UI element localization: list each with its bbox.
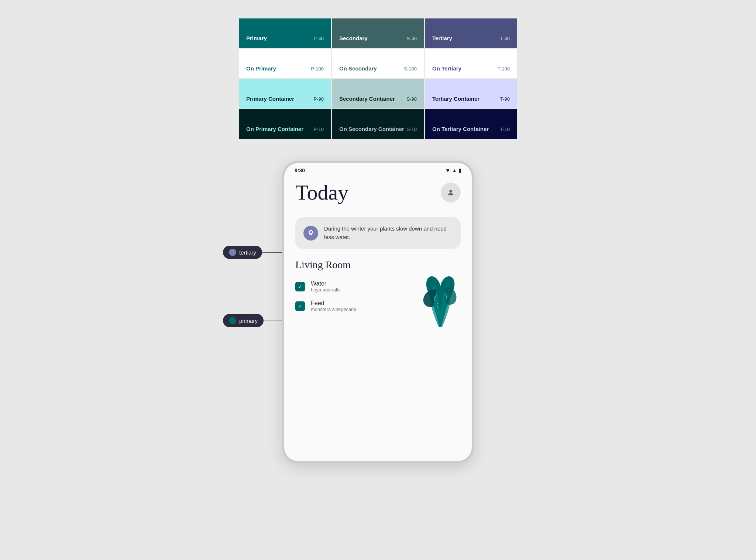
avatar-button[interactable] [441,183,461,203]
color-cell-on-tertiary: On TertiaryT-100 [425,49,517,78]
task-sub-feed: monstera siltepecana [311,307,357,312]
task-info-feed: Feed monstera siltepecana [311,300,357,312]
cell-label: On Primary [246,65,276,72]
svg-point-0 [449,190,452,192]
cell-code: P-10 [314,127,324,132]
color-cell-tertiary-40: TertiaryT-40 [425,18,517,48]
tip-icon [303,226,318,241]
tip-text: During the winter your plants slow down … [324,225,453,241]
primary-label-text: primary [239,318,258,324]
time-display: 9:30 [295,167,305,173]
task-list: ✓ Water hoya australis ✓ Feed monstera s… [295,277,461,316]
cell-label: Tertiary [432,35,452,41]
status-bar: 9:30 ▼ ▲ ▮ [284,163,472,176]
phone-section: tertiary primary 9:30 ▼ ▲ ▮ Today [212,161,544,463]
tertiary-label: tertiary [223,246,262,259]
task-name-feed: Feed [311,300,357,307]
checkbox-feed[interactable]: ✓ [295,301,305,311]
cell-label: Primary Container [246,96,294,102]
color-cell-on-primary-container: On Primary ContainerP-10 [239,109,331,139]
task-info-water: Water hoya australis [311,280,340,293]
signal-icon: ▲ [452,167,457,173]
cell-label: Tertiary Container [432,96,480,102]
status-icons: ▼ ▲ ▮ [445,167,461,173]
cell-label: Primary [246,35,267,41]
phone-header: Today [295,176,461,208]
cell-code: S-100 [404,66,417,72]
color-cell-on-secondary-container: On Secondary ContainerS-10 [332,109,424,139]
cell-code: T-100 [498,66,510,72]
tertiary-label-text: tertiary [239,249,256,256]
battery-icon: ▮ [458,167,461,173]
tertiary-dot [229,249,236,256]
cell-code: S-90 [407,96,417,102]
cell-label: Secondary Container [339,96,395,102]
plant-illustration [416,272,464,327]
cell-code: T-40 [500,36,510,41]
tip-card: During the winter your plants slow down … [295,217,461,249]
cell-code: T-10 [500,127,510,132]
cell-label: On Primary Container [246,126,303,132]
task-sub-water: hoya australis [311,287,340,293]
cell-code: S-10 [407,127,417,132]
color-cell-on-primary: On PrimaryP-100 [239,49,331,78]
color-cell-primary-40: PrimaryP-40 [239,18,331,48]
primary-dot [229,317,236,324]
section-title: Living Room [295,259,461,271]
cell-label: On Secondary [339,65,377,72]
color-cell-primary-container: Primary ContainerP-90 [239,79,331,108]
phone-title: Today [295,180,348,205]
wifi-icon: ▼ [445,167,450,173]
cell-label: On Secondary Container [339,126,404,132]
color-cell-tertiary-container: Tertiary ContainerT-90 [425,79,517,108]
cell-code: P-40 [314,36,324,41]
color-cell-secondary-40: SecondaryS-40 [332,18,424,48]
color-palette-table: PrimaryP-40SecondaryS-40TertiaryT-40On P… [239,18,517,139]
primary-label: primary [223,314,264,327]
color-cell-on-secondary: On SecondaryS-100 [332,49,424,78]
cell-code: T-90 [500,96,510,102]
cell-label: On Tertiary Container [432,126,489,132]
cell-code: P-90 [314,96,324,102]
phone-content: Today During the winter your plants slow… [284,176,472,327]
task-name-water: Water [311,280,340,287]
color-cell-secondary-container: Secondary ContainerS-90 [332,79,424,108]
color-cell-on-tertiary-container: On Tertiary ContainerT-10 [425,109,517,139]
cell-label: On Tertiary [432,65,461,72]
phone-mockup: 9:30 ▼ ▲ ▮ Today [282,161,474,463]
cell-code: S-40 [407,36,417,41]
checkbox-water[interactable]: ✓ [295,282,305,291]
cell-label: Secondary [339,35,368,41]
cell-code: P-100 [311,66,324,72]
